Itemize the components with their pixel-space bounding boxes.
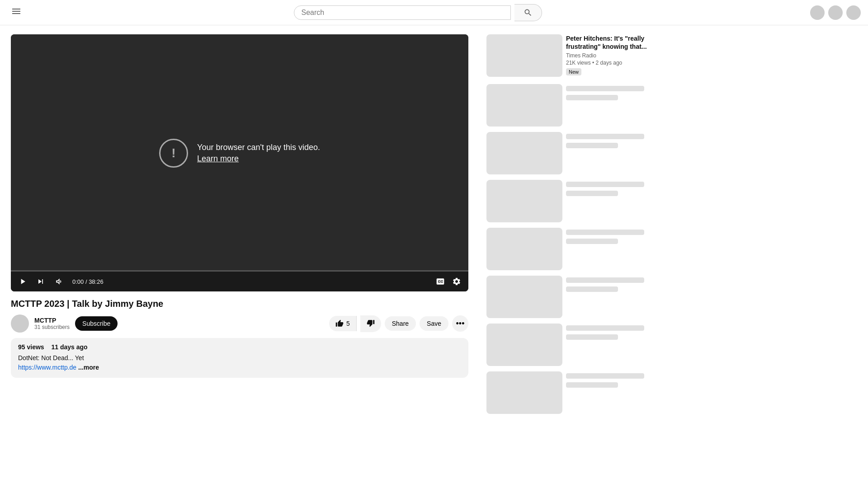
- skeleton-thumb-1: [486, 84, 562, 127]
- sidebar-featured-time: 2 days ago: [596, 60, 623, 66]
- more-button[interactable]: •••: [452, 315, 468, 332]
- skeleton-item-7: [486, 371, 653, 414]
- avatar-2[interactable]: [828, 5, 843, 20]
- learn-more-link[interactable]: Learn more: [197, 154, 239, 163]
- sidebar-featured-channel: Times Radio: [566, 52, 653, 59]
- like-button[interactable]: 5: [329, 316, 357, 331]
- skeleton-thumb-5: [486, 276, 562, 318]
- sidebar: Peter Hitchens: It's "really frustrating…: [479, 25, 660, 428]
- play-button[interactable]: [16, 275, 29, 288]
- main-content: ! Your browser can't play this video. Le…: [0, 25, 479, 428]
- action-buttons: 5 Share Save •••: [329, 315, 468, 332]
- skeleton-item-6: [486, 324, 653, 366]
- header-right: [810, 5, 861, 20]
- video-player: ! Your browser can't play this video. Le…: [11, 34, 468, 291]
- skeleton-item-2: [486, 132, 653, 174]
- skeleton-line: [566, 373, 644, 379]
- share-button[interactable]: Share: [385, 316, 416, 331]
- skeleton-line: [566, 239, 618, 244]
- error-icon: !: [159, 139, 188, 168]
- avatar[interactable]: [810, 5, 825, 20]
- skeleton-line: [566, 191, 618, 196]
- channel-info: MCTTP 31 subscribers: [34, 317, 70, 330]
- skeleton-info-4: [566, 228, 653, 270]
- new-badge: New: [566, 68, 581, 75]
- skeleton-thumb-4: [486, 228, 562, 270]
- skeleton-info-5: [566, 276, 653, 318]
- description-box: 95 views 11 days ago DotNet: Not Dead...…: [11, 338, 468, 378]
- search-input[interactable]: [302, 9, 503, 17]
- controls-right: [434, 275, 463, 288]
- dislike-button[interactable]: [360, 315, 381, 332]
- sidebar-featured-views: 21K views: [566, 60, 591, 66]
- error-container: ! Your browser can't play this video. Le…: [159, 139, 320, 168]
- captions-button[interactable]: [434, 275, 447, 288]
- mute-button[interactable]: [52, 275, 65, 288]
- channel-avatar[interactable]: [11, 314, 29, 333]
- sidebar-featured-meta: 21K views • 2 days ago: [566, 60, 653, 66]
- skeleton-line: [566, 325, 644, 331]
- skeleton-line: [566, 382, 618, 388]
- skeleton-thumb-6: [486, 324, 562, 366]
- like-count: 5: [346, 320, 350, 327]
- skeleton-info-1: [566, 84, 653, 127]
- view-count: 95 views: [18, 343, 44, 351]
- skeleton-line: [566, 86, 644, 91]
- hamburger-icon[interactable]: [7, 2, 25, 23]
- skeleton-info-6: [566, 324, 653, 366]
- description-more[interactable]: ...more: [78, 364, 99, 371]
- error-text: Your browser can't play this video. Lear…: [197, 143, 320, 164]
- video-area: ! Your browser can't play this video. Le…: [11, 34, 468, 272]
- header-center: [25, 4, 810, 21]
- next-button[interactable]: [34, 275, 47, 288]
- error-message: Your browser can't play this video.: [197, 143, 320, 152]
- channel-row: MCTTP 31 subscribers Subscribe 5 Share S…: [11, 314, 468, 333]
- skeleton-info-2: [566, 132, 653, 174]
- skeleton-thumb-3: [486, 180, 562, 222]
- skeleton-line: [566, 143, 618, 148]
- video-controls: 0:00 / 38:26: [11, 272, 468, 291]
- skeleton-line: [566, 182, 644, 187]
- skeleton-line: [566, 334, 618, 340]
- header-left: [7, 2, 25, 23]
- subscriber-count: 31 subscribers: [34, 324, 70, 330]
- skeleton-line: [566, 286, 618, 292]
- skeleton-line: [566, 277, 644, 283]
- description-meta: 95 views 11 days ago: [18, 343, 461, 351]
- video-title: MCTTP 2023 | Talk by Jimmy Bayne: [11, 299, 468, 309]
- skeleton-line: [566, 134, 644, 139]
- sidebar-featured-item[interactable]: Peter Hitchens: It's "really frustrating…: [486, 34, 653, 77]
- skeleton-item-4: [486, 228, 653, 270]
- header: [0, 0, 868, 25]
- description-line1: DotNet: Not Dead... Yet: [18, 354, 84, 361]
- sidebar-featured-title: Peter Hitchens: It's "really frustrating…: [566, 34, 653, 51]
- skeleton-thumb-2: [486, 132, 562, 174]
- description-link[interactable]: https://www.mcttp.de: [18, 364, 76, 371]
- skeleton-item-1: [486, 84, 653, 127]
- description-text: DotNet: Not Dead... Yet https://www.mctt…: [18, 353, 461, 372]
- channel-name[interactable]: MCTTP: [34, 317, 70, 324]
- sidebar-featured-info: Peter Hitchens: It's "really frustrating…: [566, 34, 653, 77]
- subscribe-button[interactable]: Subscribe: [75, 316, 118, 331]
- search-bar: [294, 5, 511, 20]
- upload-time: 11 days ago: [52, 343, 88, 351]
- sidebar-featured-thumbnail: [486, 34, 562, 77]
- skeleton-line: [566, 230, 644, 235]
- settings-button[interactable]: [450, 275, 463, 288]
- skeleton-item-5: [486, 276, 653, 318]
- skeleton-thumb-7: [486, 371, 562, 414]
- skeleton-item-3: [486, 180, 653, 222]
- save-button[interactable]: Save: [420, 316, 448, 331]
- avatar-3[interactable]: [846, 5, 861, 20]
- search-button[interactable]: [514, 4, 542, 21]
- time-display: 0:00 / 38:26: [72, 278, 104, 285]
- skeleton-line: [566, 95, 618, 100]
- skeleton-info-7: [566, 371, 653, 414]
- progress-bar-container[interactable]: [11, 270, 468, 272]
- page-layout: ! Your browser can't play this video. Le…: [0, 0, 868, 428]
- skeleton-info-3: [566, 180, 653, 222]
